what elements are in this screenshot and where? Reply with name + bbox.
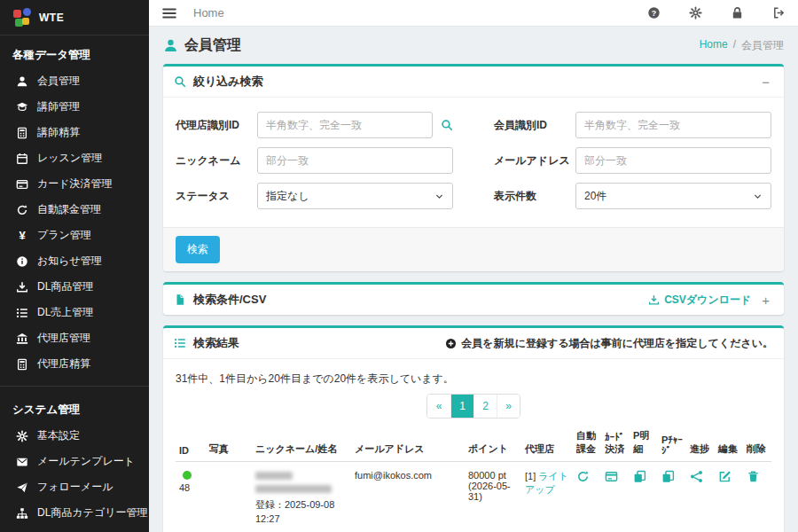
status-select[interactable]: 指定なし (257, 183, 453, 209)
collapse-panel-button[interactable]: − (758, 74, 773, 90)
calendar-icon (16, 153, 28, 165)
bank-icon (16, 332, 28, 345)
sidebar: WTE 各種データ管理 会員管理 講師管理 講師精算 レッスン管理 カード決済管… (0, 0, 149, 532)
member-id: 48 (179, 482, 190, 493)
sidebar-item-label: 代理店精算 (37, 356, 90, 372)
csv-panel-title: 検索条件/CSV (193, 292, 266, 308)
member-id-label: 会員識別ID (494, 118, 575, 133)
sidebar-item-dl-sales-management[interactable]: DL売上管理 (0, 300, 149, 325)
sidebar-item-agency-settlement[interactable]: 代理店精算 (0, 351, 149, 377)
refresh-icon (16, 204, 28, 216)
brand[interactable]: WTE (0, 0, 149, 35)
plus-circle-icon (445, 338, 457, 349)
filter-search-title: 絞り込み検索 (193, 74, 263, 90)
point-charge-icon[interactable] (661, 470, 675, 483)
sidebar-item-agency-management[interactable]: 代理店管理 (0, 325, 149, 351)
sidebar-item-plan-management[interactable]: ¥ プラン管理 (0, 223, 149, 248)
breadcrumb-home-link[interactable]: Home (700, 38, 728, 53)
per-page-label: 表示件数 (494, 189, 575, 204)
col-progress: 進捗 (686, 424, 715, 462)
gear-icon[interactable] (689, 6, 702, 20)
results-summary: 31件中、1件目から20件目までの20件を表示しています。 (176, 372, 771, 387)
lock-icon[interactable] (731, 6, 744, 20)
sidebar-item-label: DL売上管理 (37, 305, 93, 320)
delete-icon[interactable] (747, 470, 760, 483)
sidebar-item-member-management[interactable]: 会員管理 (0, 68, 149, 94)
sidebar-item-label: お知らせ管理 (37, 254, 102, 269)
col-nickname: ニックネーム/姓名 (252, 424, 351, 462)
col-card-payment: ｶｰﾄﾞ決済 (601, 424, 630, 462)
calculator-icon (16, 127, 28, 139)
sidebar-item-label: 講師精算 (37, 125, 80, 140)
per-page-select[interactable]: 20件 (575, 183, 771, 209)
sidebar-item-auto-billing-management[interactable]: 自動課金管理 (0, 197, 149, 223)
sidebar-item-label: フォローメール (37, 480, 113, 495)
status-dot (183, 471, 192, 480)
yen-icon: ¥ (16, 229, 28, 242)
col-edit: 編集 (715, 424, 743, 462)
col-point-charge: Pﾁｬｰｼﾞ (658, 424, 686, 462)
search-icon (174, 75, 186, 88)
help-icon[interactable] (647, 6, 661, 20)
point-detail-icon[interactable] (633, 470, 646, 483)
page-content: 会員管理 Home / 会員管理 絞り込み検索 − (149, 27, 798, 532)
list-icon (16, 307, 28, 319)
menu-icon[interactable] (161, 5, 177, 21)
sidebar-item-notice-management[interactable]: お知らせ管理 (0, 248, 149, 274)
nickname-input[interactable] (257, 147, 453, 174)
expand-panel-button[interactable]: + (758, 293, 773, 308)
col-point-detail: P明細 (630, 424, 658, 462)
file-icon (174, 293, 186, 306)
chevron-down-icon (753, 192, 763, 201)
sidebar-item-card-payment-management[interactable]: カード決済管理 (0, 171, 149, 197)
auto-billing-icon[interactable] (576, 470, 590, 483)
main-area: Home 会員管理 Home / 会員管理 (149, 0, 798, 532)
search-button[interactable]: 検索 (176, 236, 220, 263)
sidebar-item-dl-product-management[interactable]: DL商品管理 (0, 274, 149, 300)
wte-logo-icon (12, 8, 32, 27)
col-agency: 代理店 (521, 424, 573, 462)
pagination-page-2[interactable]: 2 (473, 395, 497, 418)
new-member-notice: 会員を新規に登録する場合は事前に代理店を指定してください。 (445, 336, 773, 351)
sidebar-section-title: システム管理 (0, 394, 149, 423)
sidebar-item-teacher-settlement[interactable]: 講師精算 (0, 120, 149, 145)
member-id-input[interactable] (575, 112, 771, 138)
table-row: 48 登録：2025-09-08 12:27 fumi@ikokos.com 8… (176, 462, 771, 532)
mail-icon (16, 456, 28, 468)
csv-download-link[interactable]: CSVダウンロード (648, 293, 751, 308)
sidebar-section-title: 各種データ管理 (0, 39, 149, 68)
sidebar-item-lesson-management[interactable]: レッスン管理 (0, 145, 149, 171)
col-id: ID (176, 424, 206, 462)
edit-icon[interactable] (718, 470, 732, 483)
home-link[interactable]: Home (193, 6, 224, 20)
card-payment-icon[interactable] (605, 470, 618, 483)
col-email: メールアドレス (351, 424, 465, 462)
sidebar-item-label: プラン管理 (37, 228, 91, 243)
email-input[interactable] (575, 147, 771, 174)
sidebar-section-system: システム管理 基本設定 メールテンプレート フォローメール DL商品カテゴリー管… (0, 390, 149, 531)
agency-search-icon[interactable] (441, 119, 453, 131)
col-points: ポイント (465, 424, 521, 462)
pagination-next[interactable]: » (497, 395, 520, 418)
col-photo: 写真 (206, 424, 252, 462)
gear-icon (16, 430, 28, 442)
col-auto-billing: 自動課金 (573, 424, 601, 462)
sidebar-item-follow-mail[interactable]: フォローメール (0, 474, 149, 500)
sidebar-item-label: 代理店管理 (37, 331, 90, 346)
paper-plane-icon (16, 481, 28, 494)
sidebar-item-teacher-management[interactable]: 講師管理 (0, 94, 149, 120)
sidebar-item-label: DL商品管理 (37, 279, 93, 294)
pagination-page-1[interactable]: 1 (450, 395, 473, 418)
sidebar-item-basic-settings[interactable]: 基本設定 (0, 423, 149, 449)
agency-id-input[interactable] (257, 112, 433, 138)
info-icon (16, 255, 28, 268)
blurred-name (255, 485, 332, 493)
app-window: WTE 各種データ管理 会員管理 講師管理 講師精算 レッスン管理 カード決済管… (0, 0, 798, 532)
sidebar-item-dl-product-category[interactable]: DL商品カテゴリー管理 (0, 500, 149, 526)
logout-icon[interactable] (772, 6, 786, 20)
pagination-prev[interactable]: « (427, 395, 450, 418)
progress-icon[interactable] (690, 470, 703, 483)
credit-card-icon (16, 178, 28, 191)
sidebar-section-data: 各種データ管理 会員管理 講師管理 講師精算 レッスン管理 カード決済管理 自動… (0, 35, 149, 382)
sidebar-item-mail-template[interactable]: メールテンプレート (0, 449, 149, 474)
